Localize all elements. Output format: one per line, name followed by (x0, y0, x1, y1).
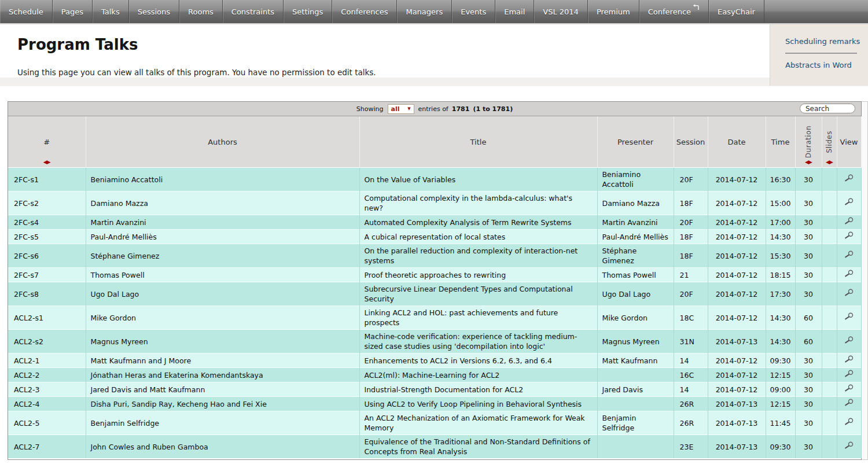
authors-cell: Mike Gordon (86, 306, 359, 330)
spacer (0, 86, 868, 101)
entries-range: (1 to 1781) (473, 105, 513, 113)
scrollbar-track[interactable] (862, 101, 868, 460)
nav-tab-events[interactable]: Events (452, 0, 495, 23)
slides-cell (822, 397, 837, 411)
view-talk-magnifier-icon[interactable] (844, 270, 854, 278)
nav-tab-talks[interactable]: Talks (93, 0, 129, 23)
nav-tab-rooms[interactable]: Rooms (179, 0, 223, 23)
view-cell (837, 330, 861, 353)
duration-cell: 30 (795, 192, 822, 215)
date-cell: 2014-07-13 (708, 330, 766, 353)
authors-cell: Magnus Myreen (86, 330, 359, 353)
view-talk-magnifier-icon[interactable] (844, 370, 854, 378)
date-cell: 2014-07-12 (708, 168, 766, 192)
nav-tab-email[interactable]: Email (495, 0, 534, 23)
sort-arrows-icon[interactable]: ◀▶ (8, 159, 86, 165)
nav-tab-constraints[interactable]: Constraints (223, 0, 284, 23)
authors-cell: Martin Avanzini (86, 215, 359, 230)
view-talk-magnifier-icon[interactable] (844, 418, 854, 426)
view-talk-magnifier-icon[interactable] (844, 198, 854, 206)
table-row: 2FC-s5Paul-André MellièsA cubical repres… (8, 230, 861, 244)
table-row: ACL2-s1Mike GordonLinking ACL2 and HOL: … (8, 306, 861, 330)
link-abstracts-in-word[interactable]: Abstracts in Word (785, 57, 868, 73)
nav-tab-schedule[interactable]: Schedule (0, 0, 53, 23)
column-label: Presenter (598, 138, 674, 146)
column-header-duration[interactable]: Duration◀▶ (795, 116, 822, 168)
nav-tab-sessions[interactable]: Sessions (129, 0, 179, 23)
sort-arrows-icon[interactable]: ◀▶ (796, 159, 822, 165)
table-row: 2FC-s1Beniamino AccattoliOn the Value of… (8, 168, 861, 192)
entries-select[interactable]: all ▼ (388, 104, 414, 114)
entries-of-label: entries of (418, 105, 448, 113)
view-talk-magnifier-icon[interactable] (844, 251, 854, 259)
slides-cell (822, 382, 837, 397)
talk-number-cell: ACL2-4 (8, 397, 86, 411)
nav-tab-easychair[interactable]: EasyChair (709, 0, 764, 23)
view-talk-magnifier-icon[interactable] (844, 355, 854, 363)
view-talk-magnifier-icon[interactable] (844, 217, 854, 225)
talk-number-cell: 2FC-s1 (8, 168, 86, 192)
column-header-presenter: Presenter (597, 116, 674, 168)
nav-tab-label: Pages (61, 8, 83, 16)
authors-cell: Benjamin Selfridge (86, 411, 359, 435)
nav-tab-label: Managers (406, 8, 443, 16)
page-header: Program Talks Using this page you can vi… (0, 24, 868, 82)
slides-cell (822, 215, 837, 230)
talk-number-cell: 2FC-s4 (8, 215, 86, 230)
nav-tab-pages[interactable]: Pages (53, 0, 93, 23)
nav-tab-label: Conferences (341, 8, 388, 16)
view-talk-magnifier-icon[interactable] (844, 384, 854, 392)
date-cell: 2014-07-12 (708, 268, 766, 282)
slides-cell (822, 353, 837, 368)
view-talk-magnifier-icon[interactable] (844, 441, 854, 450)
nav-tab-managers[interactable]: Managers (397, 0, 452, 23)
session-cell: 14 (674, 353, 708, 368)
nav-tab-label: Talks (101, 8, 120, 16)
talks-table-wrap: Showing all ▼ entries of 1781 (1 to 1781… (8, 101, 868, 460)
link-scheduling-remarks[interactable]: Scheduling remarks (785, 34, 868, 49)
date-cell: 2014-07-12 (708, 353, 766, 368)
session-cell: 20F (674, 168, 708, 192)
sort-arrows-icon[interactable]: ◀▶ (822, 159, 837, 165)
search-input[interactable] (800, 104, 855, 113)
presenter-cell: Damiano Mazza (597, 192, 674, 215)
title-cell: Subrecursive Linear Dependent Types and … (359, 282, 597, 306)
date-cell: 2014-07-12 (708, 306, 766, 330)
column-header-title: Title (359, 116, 597, 168)
view-talk-magnifier-icon[interactable] (844, 174, 854, 182)
session-cell: 14 (674, 382, 708, 397)
nav-tab-vsl-2014[interactable]: VSL 2014 (534, 0, 588, 23)
table-row: ACL2-2Jónathan Heras and Ekaterina Komen… (8, 368, 861, 382)
session-cell: 18C (674, 306, 708, 330)
switch-conference-icon (692, 4, 700, 11)
page-description: Using this page you can view all talks o… (17, 68, 770, 77)
column-header-slides[interactable]: Slides◀▶ (822, 116, 837, 168)
talk-number-cell: 2FC-s5 (8, 230, 86, 244)
column-header-number[interactable]: #◀▶ (8, 116, 86, 168)
date-cell: 2014-07-12 (708, 192, 766, 215)
presenter-cell (597, 435, 674, 459)
talk-number-cell: ACL2-5 (8, 411, 86, 435)
nav-tab-settings[interactable]: Settings (284, 0, 332, 23)
authors-cell: Paul-André Melliès (86, 230, 359, 244)
view-talk-magnifier-icon[interactable] (844, 399, 854, 407)
view-talk-magnifier-icon[interactable] (844, 312, 854, 321)
entries-total: 1781 (452, 105, 470, 113)
duration-cell: 30 (795, 411, 822, 435)
view-talk-magnifier-icon[interactable] (844, 336, 854, 344)
view-talk-magnifier-icon[interactable] (844, 231, 854, 240)
date-cell: 2014-07-12 (708, 368, 766, 382)
presenter-cell: Mike Gordon (597, 306, 674, 330)
top-navbar: SchedulePagesTalksSessionsRoomsConstrain… (0, 0, 868, 24)
showing-label: Showing (356, 105, 384, 113)
side-panel: Scheduling remarks Abstracts in Word (770, 24, 868, 86)
time-cell: 14:30 (766, 330, 795, 353)
nav-tab-label: EasyChair (718, 8, 755, 16)
nav-tab-conference[interactable]: Conference (639, 0, 709, 23)
column-label: Time (766, 138, 795, 146)
table-row: 2FC-s8Ugo Dal LagoSubrecursive Linear De… (8, 282, 861, 306)
nav-tab-premium[interactable]: Premium (588, 0, 639, 23)
view-cell (837, 353, 861, 368)
nav-tab-conferences[interactable]: Conferences (332, 0, 397, 23)
view-talk-magnifier-icon[interactable] (844, 289, 854, 297)
